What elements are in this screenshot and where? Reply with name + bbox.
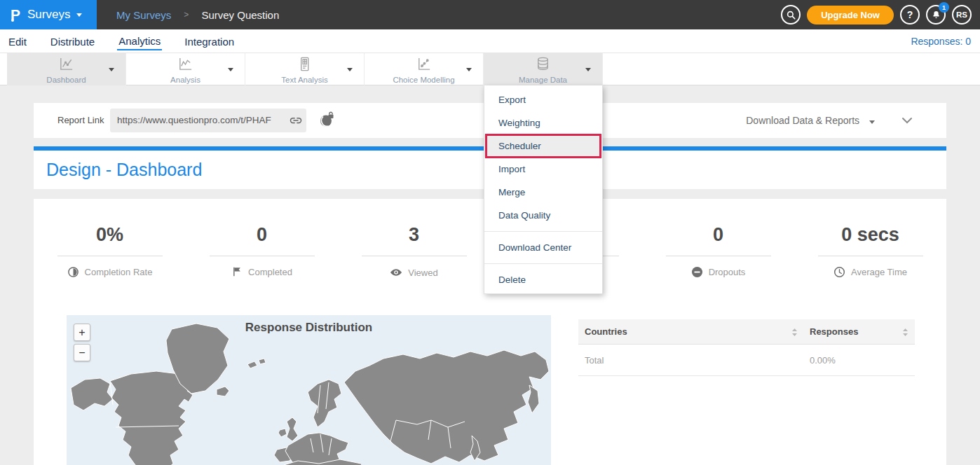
row-responses: 0.00% [810, 355, 836, 366]
minus-circle-icon [691, 266, 703, 278]
analytics-toolbar: Dashboard Analysis Text Analysis Choice … [0, 53, 980, 85]
divider [818, 256, 923, 256]
flag-icon [231, 266, 243, 277]
caret-down-icon[interactable] [347, 68, 353, 71]
sort-icon[interactable] [902, 328, 908, 337]
menu-separator [484, 231, 602, 232]
scatter-chart-icon [416, 56, 432, 72]
nav-item-edit[interactable]: Edit [7, 33, 28, 50]
sort-icon[interactable] [791, 328, 798, 337]
manage-data-menu: Export Weighting Scheduler Import Merge … [484, 85, 603, 294]
row-country: Total [585, 355, 604, 366]
nav-item-integration[interactable]: Integration [183, 33, 236, 50]
database-icon [535, 56, 551, 72]
stat-value: 3 [338, 224, 490, 245]
stat-viewed: 3 Viewed [338, 224, 490, 279]
stat-value: 0 secs [794, 224, 946, 245]
breadcrumb-current: Survey Question [201, 9, 279, 21]
questionpro-logo-icon: P [11, 6, 20, 23]
upgrade-now-button[interactable]: Upgrade Now [807, 6, 894, 25]
tab-dashboard[interactable]: Dashboard [7, 53, 126, 85]
link-icon[interactable] [290, 114, 302, 127]
divider [57, 256, 163, 256]
column-countries[interactable]: Countries [585, 326, 627, 337]
stat-average-time: 0 secs Average Time [794, 224, 946, 279]
stat-dropouts: 0 Dropouts [642, 224, 794, 279]
clock-icon [833, 266, 845, 278]
stat-value: 0% [34, 224, 186, 245]
breadcrumb-separator: > [184, 10, 189, 20]
top-bar: P Surveys My Surveys > Survey Question U… [0, 0, 980, 29]
tab-choice-modelling[interactable]: Choice Modelling [365, 53, 484, 85]
stat-label: Viewed [408, 268, 437, 278]
countries-table: Countries Responses Total 0.00% [578, 319, 915, 376]
nav-item-analytics[interactable]: Analytics [117, 32, 162, 50]
collapse-chevron-icon[interactable] [900, 113, 914, 127]
search-icon [786, 10, 796, 20]
tab-text-analysis[interactable]: Text Analysis [245, 53, 365, 85]
menu-item-scheduler[interactable]: Scheduler [484, 134, 602, 158]
caret-down-icon[interactable] [585, 68, 591, 71]
breadcrumb-my-surveys[interactable]: My Surveys [116, 9, 171, 21]
topbar-actions: Upgrade Now ? 1 RS [781, 0, 972, 29]
menu-item-merge[interactable]: Merge [484, 181, 602, 204]
table-row: Total 0.00% [578, 345, 915, 376]
response-map[interactable]: Response Distribution + − [67, 315, 551, 465]
product-name: Surveys [27, 8, 70, 22]
stat-completed: 0 Completed [186, 224, 338, 279]
search-button[interactable] [781, 5, 801, 25]
column-responses[interactable]: Responses [810, 326, 858, 337]
eye-icon [390, 266, 402, 279]
tab-analysis[interactable]: Analysis [126, 53, 245, 85]
tab-label: Manage Data [484, 76, 602, 84]
stat-completion-rate: 0% Completion Rate [34, 224, 186, 279]
stat-label: Completed [248, 267, 292, 277]
globe-lock-icon[interactable] [318, 111, 335, 128]
stat-value: 0 [186, 224, 338, 245]
trend-chart-icon [177, 56, 193, 72]
countries-table-header: Countries Responses [578, 319, 915, 345]
question-mark-icon: ? [907, 9, 913, 20]
map-zoom-in-button[interactable]: + [74, 324, 90, 341]
menu-item-data-quality[interactable]: Data Quality [484, 204, 602, 227]
responses-count: Responses: 0 [911, 36, 971, 47]
menu-item-label: Scheduler [498, 141, 541, 151]
menu-item-weighting[interactable]: Weighting [484, 111, 602, 134]
map-title: Response Distribution [67, 321, 551, 335]
world-map [67, 315, 551, 465]
document-grid-icon [297, 56, 313, 72]
menu-item-import[interactable]: Import [484, 158, 602, 181]
report-link-label: Report Link [57, 115, 104, 125]
report-url-field[interactable]: https://www.questionpro.com/t/PHAF [110, 109, 306, 132]
divider [666, 256, 771, 256]
help-button[interactable]: ? [900, 5, 920, 25]
stat-label: Completion Rate [85, 267, 153, 277]
divider [210, 256, 315, 256]
stat-value: 0 [642, 224, 794, 245]
caret-down-icon [76, 13, 82, 17]
menu-item-download-center[interactable]: Download Center [484, 236, 602, 259]
nav-item-distribute[interactable]: Distribute [49, 33, 96, 50]
product-switcher[interactable]: P Surveys [0, 0, 97, 29]
menu-separator [484, 263, 602, 264]
tab-label: Text Analysis [245, 76, 364, 84]
report-url-text: https://www.questionpro.com/t/PHAF [117, 109, 285, 132]
menu-item-delete[interactable]: Delete [484, 268, 602, 291]
avatar[interactable]: RS [952, 5, 972, 25]
avatar-initials: RS [956, 11, 967, 19]
half-circle-icon [67, 266, 79, 278]
caret-down-icon [869, 120, 875, 124]
survey-nav: Edit Distribute Analytics Integration Re… [0, 29, 980, 53]
menu-item-export[interactable]: Export [484, 88, 602, 111]
tab-label: Choice Modelling [365, 76, 483, 84]
caret-down-icon[interactable] [466, 68, 472, 71]
tab-manage-data[interactable]: Manage Data [484, 53, 603, 85]
map-zoom-out-button[interactable]: − [74, 344, 90, 361]
breadcrumb: My Surveys > Survey Question [116, 9, 279, 21]
download-data-reports-dropdown[interactable]: Download Data & Reports [746, 115, 875, 126]
caret-down-icon[interactable] [228, 68, 233, 71]
line-chart-icon [58, 56, 74, 72]
caret-down-icon[interactable] [109, 68, 114, 71]
notification-count-badge: 1 [939, 2, 949, 13]
notifications-button[interactable]: 1 [926, 5, 946, 25]
